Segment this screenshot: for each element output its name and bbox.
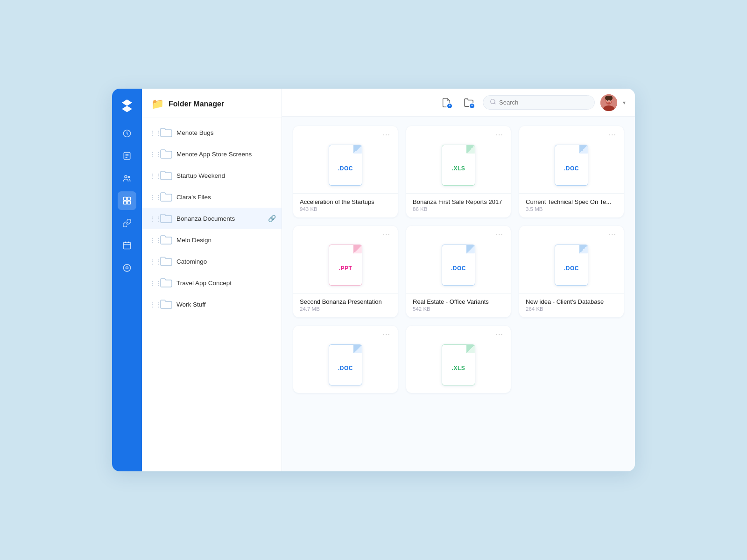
file-card-preview: .PPT — [293, 240, 398, 293]
folder-item-menote-bugs[interactable]: ⋮⋮ Menote Bugs 🔗 — [142, 122, 282, 143]
file-card-menu-button[interactable]: ··· — [380, 329, 393, 340]
file-card-preview: .DOC — [519, 140, 624, 193]
new-file-badge: + — [446, 103, 453, 109]
file-card-f1[interactable]: ··· .DOC Acceleration of the Startups 94… — [293, 126, 398, 217]
folder-icon — [160, 147, 173, 161]
drag-handle: ⋮⋮ — [149, 151, 156, 158]
folder-item-name: Catomingo — [176, 258, 276, 265]
file-doc-icon: .DOC — [555, 245, 588, 286]
file-ext-label: .XLS — [452, 365, 465, 371]
file-card-info: Bonanza First Sale Reports 2017 86 KB — [406, 193, 511, 217]
folder-item-claras-files[interactable]: ⋮⋮ Clara's Files — [142, 186, 282, 208]
avatar-chevron-icon[interactable]: ▾ — [623, 99, 626, 106]
svg-point-17 — [491, 99, 495, 104]
folder-list: ⋮⋮ Menote Bugs 🔗 ⋮⋮ Menote App Store Scr… — [142, 118, 282, 471]
file-card-header: ··· — [406, 226, 511, 240]
folder-item-startup-weekend[interactable]: ⋮⋮ Startup Weekend — [142, 165, 282, 186]
file-card-f2[interactable]: ··· .XLS Bonanza First Sale Reports 2017… — [406, 126, 511, 217]
drag-handle: ⋮⋮ — [149, 194, 156, 201]
sidebar-icon-calendar[interactable] — [118, 236, 136, 255]
new-folder-button[interactable]: + — [460, 94, 477, 111]
file-card-size: 86 KB — [413, 206, 504, 212]
file-card-preview: .DOC — [293, 340, 398, 393]
folder-item-travel-app[interactable]: ⋮⋮ Travel App Concept — [142, 272, 282, 294]
file-doc-icon: .XLS — [442, 344, 475, 385]
folder-panel-header: 📁 Folder Manager — [142, 89, 282, 118]
file-card-f8[interactable]: ··· .XLS — [406, 326, 511, 393]
file-card-f7[interactable]: ··· .DOC — [293, 326, 398, 393]
file-card-menu-button[interactable]: ··· — [493, 329, 506, 340]
file-card-f5[interactable]: ··· .DOC Real Estate - Office Variants 5… — [406, 226, 511, 317]
folder-item-name: Travel App Concept — [176, 280, 276, 287]
file-card-preview: .DOC — [293, 140, 398, 193]
svg-point-15 — [126, 267, 128, 269]
svg-rect-9 — [124, 201, 127, 204]
file-ext-label: .DOC — [338, 165, 353, 172]
file-card-menu-button[interactable]: ··· — [493, 130, 506, 140]
file-card-size: 542 KB — [413, 306, 504, 312]
folder-icon — [160, 212, 173, 225]
topbar: + + — [282, 89, 635, 117]
file-card-menu-button[interactable]: ··· — [606, 230, 619, 240]
drag-handle: ⋮⋮ — [149, 215, 156, 222]
file-card-preview: .DOC — [406, 240, 511, 293]
file-grid-area: ··· .DOC Acceleration of the Startups 94… — [282, 117, 635, 471]
avatar[interactable] — [600, 94, 617, 111]
folder-icon — [160, 255, 173, 268]
folder-link-icon[interactable]: 🔗 — [268, 215, 276, 222]
svg-rect-25 — [605, 96, 613, 100]
drag-handle: ⋮⋮ — [149, 258, 156, 265]
file-card-f6[interactable]: ··· .DOC New idea - Client's Database 26… — [519, 226, 624, 317]
sidebar-icon-files[interactable] — [118, 191, 136, 210]
folder-item-catomingo[interactable]: ⋮⋮ Catomingo — [142, 251, 282, 272]
file-card-name: Real Estate - Office Variants — [413, 298, 504, 305]
file-card-menu-button[interactable]: ··· — [380, 130, 393, 140]
folder-header-icon: 📁 — [151, 98, 164, 110]
new-folder-badge: + — [469, 103, 475, 109]
sidebar-icon-document[interactable] — [118, 147, 136, 165]
file-card-header: ··· — [519, 226, 624, 240]
new-file-button[interactable]: + — [438, 94, 455, 111]
drag-handle: ⋮⋮ — [149, 237, 156, 244]
main-content: + + — [282, 89, 635, 471]
file-card-menu-button[interactable]: ··· — [493, 230, 506, 240]
sidebar-icon-link[interactable] — [118, 214, 136, 232]
folder-item-bonanza-docs[interactable]: ⋮⋮ Bonanza Documents 🔗 — [142, 208, 282, 229]
file-ext-label: .DOC — [564, 265, 579, 272]
svg-point-6 — [128, 176, 130, 178]
folder-item-melo-design[interactable]: ⋮⋮ Melo Design — [142, 229, 282, 251]
sidebar-icon-clock[interactable] — [118, 124, 136, 143]
sidebar-icon-settings[interactable] — [118, 259, 136, 277]
file-card-preview: .XLS — [406, 340, 511, 393]
file-card-f4[interactable]: ··· .PPT Second Bonanza Presentation 24.… — [293, 226, 398, 317]
file-doc-icon: .DOC — [555, 145, 588, 186]
svg-point-5 — [125, 175, 127, 178]
folder-icon — [160, 298, 173, 311]
file-card-header: ··· — [293, 326, 398, 340]
file-card-f3[interactable]: ··· .DOC Current Technical Spec On Te...… — [519, 126, 624, 217]
folder-item-menote-appstore[interactable]: ⋮⋮ Menote App Store Screens — [142, 143, 282, 165]
file-ext-label: .DOC — [564, 165, 579, 172]
app-window: 📁 Folder Manager ⋮⋮ Menote Bugs 🔗 ⋮⋮ Men… — [112, 89, 635, 471]
file-card-preview: .DOC — [519, 240, 624, 293]
folder-icon — [160, 276, 173, 289]
file-ext-label: .DOC — [338, 365, 353, 371]
app-logo[interactable] — [119, 96, 135, 113]
file-card-header: ··· — [406, 326, 511, 340]
folder-item-work-stuff[interactable]: ⋮⋮ Work Stuff — [142, 294, 282, 315]
file-card-menu-button[interactable]: ··· — [380, 230, 393, 240]
file-card-preview: .XLS — [406, 140, 511, 193]
file-doc-icon: .XLS — [442, 145, 475, 186]
file-card-menu-button[interactable]: ··· — [606, 130, 619, 140]
sidebar — [112, 89, 142, 471]
search-bar[interactable] — [483, 95, 595, 110]
file-card-header: ··· — [406, 126, 511, 140]
file-card-size: 3.5 MB — [526, 206, 617, 212]
file-card-info: Second Bonanza Presentation 24.7 MB — [293, 293, 398, 317]
sidebar-icon-team[interactable] — [118, 169, 136, 188]
search-input[interactable] — [499, 99, 588, 106]
file-doc-icon: .DOC — [442, 245, 475, 286]
file-doc-icon: .DOC — [329, 145, 362, 186]
svg-rect-7 — [124, 197, 127, 201]
folder-panel: 📁 Folder Manager ⋮⋮ Menote Bugs 🔗 ⋮⋮ Men… — [142, 89, 282, 471]
